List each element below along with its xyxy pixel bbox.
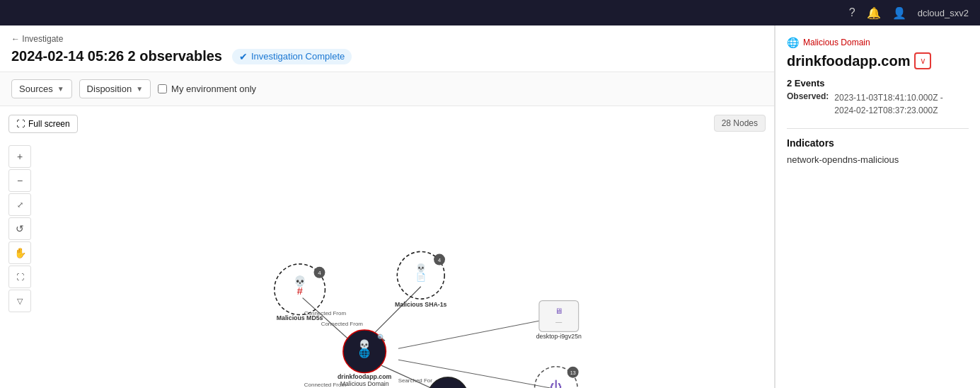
back-link[interactable]: ← Investigate bbox=[11, 34, 763, 44]
svg-text:💀: 💀 bbox=[416, 263, 426, 273]
my-env-label: My environment only bbox=[171, 84, 256, 94]
edge-label-connected-from-2: Connected From bbox=[321, 321, 364, 327]
rp-type-label: Malicious Domain bbox=[803, 38, 870, 47]
svg-point-19 bbox=[427, 377, 468, 388]
zoom-out-button[interactable]: − bbox=[8, 169, 31, 192]
fullscreen-icon: ⛶ bbox=[16, 119, 25, 129]
disposition-dropdown[interactable]: Disposition ▼ bbox=[79, 79, 151, 98]
svg-text:🔍: 🔍 bbox=[377, 333, 386, 342]
rp-observed-label: Observed: bbox=[787, 91, 829, 117]
pan-button[interactable]: ✋ bbox=[8, 241, 31, 264]
status-badge: ✔ Investigation Complete bbox=[232, 49, 352, 64]
panel-header: ← Investigate 2024-02-14 05:26 2 observa… bbox=[0, 25, 774, 72]
svg-text:📄: 📄 bbox=[416, 272, 426, 282]
help-icon[interactable]: ? bbox=[849, 6, 855, 19]
right-panel: 🌐 Malicious Domain drinkfoodapp.com ∨ 2 … bbox=[775, 25, 980, 388]
node-desktop: desktop-i9gv25n bbox=[536, 333, 582, 340]
rp-events-count: 2 Events bbox=[787, 78, 969, 89]
zoom-in-button[interactable]: + bbox=[8, 145, 31, 168]
graph-svg: Connected From Connected From Searched F… bbox=[0, 106, 774, 388]
rp-type-row: 🌐 Malicious Domain bbox=[787, 37, 969, 48]
left-panel: ← Investigate 2024-02-14 05:26 2 observa… bbox=[0, 25, 775, 388]
svg-text:13: 13 bbox=[570, 370, 576, 376]
check-icon: ✔ bbox=[239, 51, 248, 62]
rp-observed-dates: 2023-11-03T18:41:10.000Z - 2024-02-12T08… bbox=[834, 91, 942, 117]
rp-expand-button[interactable]: ∨ bbox=[914, 52, 931, 69]
page-title: 2024-02-14 05:26 2 observables bbox=[11, 48, 222, 64]
node-malicious-domain: Malicious Domain bbox=[340, 380, 389, 387]
bell-icon[interactable]: 🔔 bbox=[867, 6, 881, 20]
rp-observed-date1: 2023-11-03T18:41:10.000Z - bbox=[834, 93, 942, 103]
my-environment-checkbox[interactable]: My environment only bbox=[158, 84, 256, 94]
svg-line-4 bbox=[398, 318, 556, 349]
fit-button[interactable]: ⤢ bbox=[8, 193, 31, 216]
nodes-badge: 28 Nodes bbox=[714, 115, 766, 132]
filter-bar: Sources ▼ Disposition ▼ My environment o… bbox=[0, 72, 774, 106]
rp-observed-date2: 2024-02-12T08:37:23.000Z bbox=[834, 105, 938, 115]
top-nav: ? 🔔 👤 dcloud_sxv2 bbox=[0, 0, 980, 25]
graph-area: ⛶ Full screen 28 Nodes + − ⤢ ↺ ✋ ⛶ ▽ bbox=[0, 106, 774, 388]
rp-indicators-title: Indicators bbox=[787, 137, 969, 149]
rp-observed-row: Observed: 2023-11-03T18:41:10.000Z - 202… bbox=[787, 91, 969, 117]
filter-button[interactable]: ▽ bbox=[8, 290, 31, 312]
chevron-down-icon: ▼ bbox=[136, 85, 143, 93]
svg-text:4: 4 bbox=[318, 270, 321, 276]
disposition-label: Disposition bbox=[87, 84, 132, 94]
rp-indicator-item: network-opendns-malicious bbox=[787, 154, 969, 165]
node-malicious-sha1s: Malicious SHA-1s bbox=[395, 301, 447, 308]
node-malicious-md5s: Malicious MD5s bbox=[277, 314, 323, 321]
fullscreen-label: Full screen bbox=[28, 119, 70, 129]
rp-domain-row: drinkfoodapp.com ∨ bbox=[787, 52, 969, 69]
rp-domain-name: drinkfoodapp.com bbox=[787, 53, 910, 69]
rp-divider bbox=[787, 128, 969, 129]
chevron-down-icon: ▼ bbox=[57, 85, 64, 93]
status-badge-label: Investigation Complete bbox=[251, 51, 345, 62]
reset-button[interactable]: ↺ bbox=[8, 217, 31, 240]
svg-text:__: __ bbox=[555, 316, 562, 323]
user-icon[interactable]: 👤 bbox=[892, 6, 906, 20]
svg-text:⏻: ⏻ bbox=[550, 380, 563, 388]
chevron-down-icon: ∨ bbox=[920, 56, 926, 66]
sources-dropdown[interactable]: Sources ▼ bbox=[11, 79, 72, 98]
sources-label: Sources bbox=[19, 84, 53, 94]
fullscreen-button[interactable]: ⛶ Full screen bbox=[8, 115, 78, 133]
graph-controls: + − ⤢ ↺ ✋ ⛶ ▽ bbox=[8, 145, 31, 312]
username-label: dcloud_sxv2 bbox=[918, 8, 969, 18]
my-env-input[interactable] bbox=[158, 84, 167, 93]
svg-text:#: # bbox=[297, 285, 303, 297]
svg-text:🌐: 🌐 bbox=[359, 348, 370, 359]
svg-text:4: 4 bbox=[438, 257, 442, 263]
edge-label-searched-for: Searched For bbox=[398, 377, 433, 384]
malicious-domain-icon: 🌐 bbox=[787, 37, 799, 48]
node-drinkfoodapp: drinkfoodapp.com bbox=[338, 373, 392, 380]
layout-button[interactable]: ⛶ bbox=[8, 266, 31, 288]
svg-text:🖥: 🖥 bbox=[555, 307, 563, 315]
main-layout: ← Investigate 2024-02-14 05:26 2 observa… bbox=[0, 25, 980, 388]
page-title-row: 2024-02-14 05:26 2 observables ✔ Investi… bbox=[11, 48, 763, 64]
